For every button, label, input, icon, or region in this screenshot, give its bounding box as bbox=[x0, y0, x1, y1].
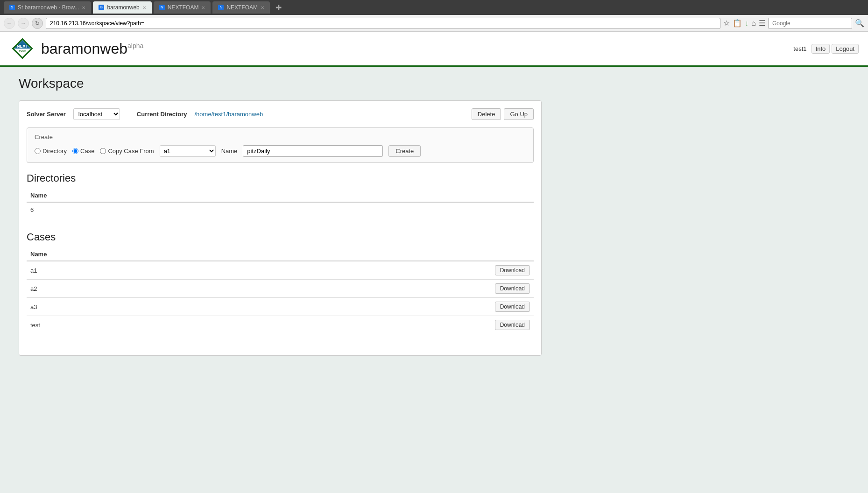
create-button[interactable]: Create bbox=[388, 145, 421, 157]
name-field-label: Name bbox=[221, 148, 238, 155]
tab-favicon-4: N bbox=[218, 5, 224, 10]
table-row: 6 bbox=[27, 202, 534, 217]
radio-directory[interactable] bbox=[35, 148, 41, 154]
tab-label-2: baramonweb bbox=[107, 4, 139, 11]
cases-col-name: Name bbox=[27, 248, 209, 261]
download-button-4[interactable]: Download bbox=[495, 320, 530, 330]
user-nav: test1 Info Logout bbox=[790, 44, 859, 54]
svg-text:foam: foam bbox=[19, 49, 26, 53]
current-dir-label: Current Directory bbox=[137, 111, 187, 118]
download-button-3[interactable]: Download bbox=[495, 302, 530, 312]
download-button-1[interactable]: Download bbox=[495, 265, 530, 275]
server-row: Solver Server localhost Current Director… bbox=[27, 108, 534, 120]
case-name-1: a1 bbox=[27, 261, 209, 280]
solver-server-select[interactable]: localhost bbox=[73, 108, 120, 120]
browser-toolbar: ☆ 📋 ↓ ⌂ ☰ bbox=[723, 19, 765, 28]
table-row: a1 Download bbox=[27, 261, 534, 280]
app-title: baramonwebalpha bbox=[41, 40, 143, 57]
table-row: a3 Download bbox=[27, 298, 534, 316]
name-input[interactable] bbox=[243, 145, 383, 157]
cases-section-title: Cases bbox=[27, 231, 534, 243]
browser-chrome: S St baramonweb - Brow... ✕ B baramonweb… bbox=[0, 0, 868, 15]
menu-icon[interactable]: ☰ bbox=[759, 19, 765, 28]
tab-close-4[interactable]: ✕ bbox=[261, 5, 264, 10]
server-actions: Delete Go Up bbox=[472, 108, 534, 120]
tab-close-2[interactable]: ✕ bbox=[142, 5, 146, 10]
radio-directory-label[interactable]: Directory bbox=[35, 148, 67, 155]
table-row: test Download bbox=[27, 316, 534, 334]
radio-copy-case-label[interactable]: Copy Case From bbox=[100, 148, 154, 155]
case-name-4: test bbox=[27, 316, 209, 334]
logout-link[interactable]: Logout bbox=[832, 44, 859, 54]
tab-active-2[interactable]: B baramonweb ✕ bbox=[93, 1, 151, 14]
download-indicator-icon[interactable]: ↓ bbox=[745, 19, 748, 28]
case-action-2: Download bbox=[209, 280, 534, 298]
radio-copy-case[interactable] bbox=[100, 148, 106, 154]
case-action-3: Download bbox=[209, 298, 534, 316]
solver-server-label: Solver Server bbox=[27, 111, 66, 118]
tab-close-1[interactable]: ✕ bbox=[82, 5, 85, 10]
create-section-label: Create bbox=[35, 134, 526, 141]
new-tab-button[interactable]: ✚ bbox=[272, 3, 285, 12]
tab-favicon-1: S bbox=[9, 5, 15, 10]
reload-button[interactable]: ↻ bbox=[32, 18, 43, 29]
bookmark-manager-icon[interactable]: 📋 bbox=[733, 19, 742, 28]
directories-section-title: Directories bbox=[27, 172, 534, 184]
search-input[interactable] bbox=[768, 18, 852, 29]
tab-inactive-1[interactable]: S St baramonweb - Brow... ✕ bbox=[4, 1, 91, 14]
directories-table: Name 6 bbox=[27, 189, 534, 217]
download-button-2[interactable]: Download bbox=[495, 283, 530, 294]
tab-favicon-2: B bbox=[99, 5, 104, 10]
tab-label-3: NEXTFOAM bbox=[168, 4, 199, 11]
tab-inactive-4[interactable]: N NEXTFOAM ✕ bbox=[212, 1, 270, 14]
case-action-4: Download bbox=[209, 316, 534, 334]
tab-label-1: St baramonweb - Brow... bbox=[18, 4, 79, 11]
directory-name-1: 6 bbox=[27, 202, 534, 217]
info-link[interactable]: Info bbox=[812, 44, 830, 54]
tab-label-4: NEXTFOAM bbox=[226, 4, 258, 11]
copy-case-select[interactable]: a1 a2 a3 test bbox=[160, 145, 216, 157]
delete-button[interactable]: Delete bbox=[472, 108, 501, 120]
home-icon[interactable]: ⌂ bbox=[751, 19, 756, 28]
svg-text:NEXT: NEXT bbox=[17, 44, 28, 49]
top-nav: NEXT foam baramonwebalpha test1 Info Log… bbox=[0, 32, 868, 67]
create-row: Directory Case Copy Case From a1 a2 a3 t… bbox=[35, 145, 526, 157]
logo-diamond: NEXT foam bbox=[9, 35, 35, 62]
search-icon[interactable]: 🔍 bbox=[855, 19, 864, 28]
current-dir-path: /home/test1/baramonweb bbox=[194, 111, 263, 118]
radio-case-label[interactable]: Case bbox=[72, 148, 94, 155]
directories-col-name: Name bbox=[27, 189, 534, 202]
back-button[interactable]: ← bbox=[4, 18, 15, 29]
go-up-button[interactable]: Go Up bbox=[504, 108, 534, 120]
page-title: Workspace bbox=[19, 76, 542, 91]
radio-case[interactable] bbox=[72, 148, 78, 154]
address-input[interactable] bbox=[46, 18, 720, 29]
radio-case-text: Case bbox=[80, 148, 94, 155]
tab-close-3[interactable]: ✕ bbox=[201, 5, 205, 10]
logo-area: NEXT foam baramonwebalpha bbox=[9, 35, 143, 62]
case-name-2: a2 bbox=[27, 280, 209, 298]
bookmark-star-icon[interactable]: ☆ bbox=[723, 19, 730, 28]
tab-favicon-3: N bbox=[159, 5, 165, 10]
forward-button[interactable]: → bbox=[18, 18, 29, 29]
create-box: Create Directory Case Copy Case From a1 … bbox=[27, 127, 534, 163]
case-action-1: Download bbox=[209, 261, 534, 280]
radio-copy-case-text: Copy Case From bbox=[108, 148, 154, 155]
cases-table: Name a1 Download a2 Download bbox=[27, 248, 534, 334]
radio-directory-text: Directory bbox=[42, 148, 67, 155]
tab-inactive-3[interactable]: N NEXTFOAM ✕ bbox=[154, 1, 211, 14]
main-content: Workspace Solver Server localhost Curren… bbox=[0, 67, 560, 365]
table-row: a2 Download bbox=[27, 280, 534, 298]
case-name-3: a3 bbox=[27, 298, 209, 316]
username-label: test1 bbox=[790, 44, 809, 53]
workspace-panel: Solver Server localhost Current Director… bbox=[19, 100, 542, 356]
address-bar: ← → ↻ ☆ 📋 ↓ ⌂ ☰ 🔍 bbox=[0, 15, 868, 32]
app-suffix: alpha bbox=[127, 42, 143, 49]
